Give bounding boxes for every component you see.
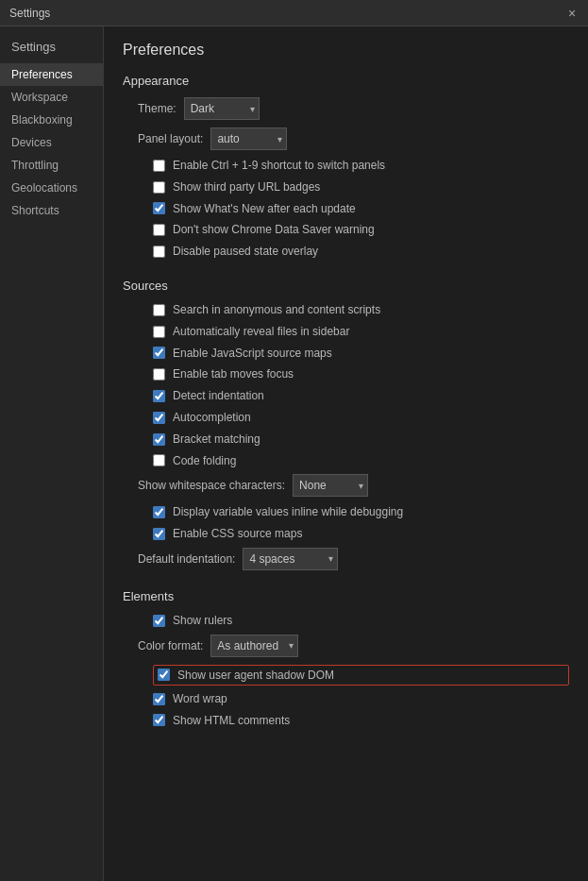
checkbox-show-rulers[interactable] [153,615,165,627]
checkbox-third-party-label[interactable]: Show third party URL badges [173,179,320,195]
checkbox-third-party[interactable] [153,181,165,194]
main-layout: Settings Preferences Workspace Blackboxi… [0,26,588,881]
checkbox-paused-state[interactable] [153,246,165,258]
section-appearance: Appearance Theme: Dark Default Panel lay… [123,74,569,260]
sidebar-item-devices[interactable]: Devices [0,131,103,154]
checkbox-ctrl19-label[interactable]: Enable Ctrl + 1-9 shortcut to switch pan… [173,158,385,174]
checkbox-show-rulers-label[interactable]: Show rulers [173,613,232,629]
sidebar-item-throttling[interactable]: Throttling [0,154,103,177]
checkbox-detect-indent-row: Detect indentation [123,388,569,404]
checkbox-third-party-row: Show third party URL badges [123,179,569,195]
close-button[interactable]: × [565,7,579,20]
section-sources: Sources Search in anonymous and content … [123,279,569,570]
panel-layout-select[interactable]: auto horizontal vertical [210,127,287,150]
default-indent-select[interactable]: 4 spaces 2 spaces Tab character [243,548,338,570]
sidebar: Settings Preferences Workspace Blackboxi… [0,26,104,881]
section-title-elements: Elements [123,589,569,603]
checkbox-whats-new[interactable] [153,202,165,214]
checkbox-show-rulers-row: Show rulers [123,613,569,629]
checkbox-ctrl19-row: Enable Ctrl + 1-9 shortcut to switch pan… [123,158,569,174]
checkbox-shadow-dom-highlighted-row: Show user agent shadow DOM [153,665,569,686]
section-title-sources: Sources [123,279,569,293]
page-title: Preferences [123,42,569,59]
checkbox-tab-moves-row: Enable tab moves focus [123,366,569,382]
checkbox-word-wrap-label[interactable]: Word wrap [173,691,227,707]
color-format-select-wrapper: As authored HEX RGB HSL [210,635,298,657]
checkbox-reveal-files-label[interactable]: Automatically reveal files in sidebar [173,324,349,340]
whitespace-row: Show whitespace characters: None All Tra… [123,474,569,497]
sidebar-item-workspace[interactable]: Workspace [0,86,103,109]
panel-layout-row: Panel layout: auto horizontal vertical [123,127,569,150]
checkbox-word-wrap[interactable] [153,693,165,705]
panel-layout-label: Panel layout: [138,132,203,145]
checkbox-html-comments-row: Show HTML comments [123,713,569,729]
checkbox-data-saver[interactable] [153,224,165,236]
checkbox-data-saver-row: Don't show Chrome Data Saver warning [123,222,569,238]
title-bar-title: Settings [9,7,50,20]
sidebar-header: Settings [0,34,103,63]
checkbox-autocompletion-label[interactable]: Autocompletion [173,410,251,426]
checkbox-js-source-maps-label[interactable]: Enable JavaScript source maps [173,346,332,362]
checkbox-reveal-files[interactable] [153,326,165,338]
checkbox-autocompletion-row: Autocompletion [123,410,569,426]
checkbox-bracket-match[interactable] [153,433,165,446]
checkbox-bracket-match-label[interactable]: Bracket matching [173,432,260,448]
checkbox-detect-indent[interactable] [153,390,165,402]
checkbox-html-comments-label[interactable]: Show HTML comments [173,713,290,729]
whitespace-select[interactable]: None All Trailing [293,474,368,497]
color-format-label: Color format: [138,639,203,652]
title-bar: Settings × [0,0,588,26]
default-indent-select-wrapper: 4 spaces 2 spaces Tab character [243,548,338,570]
checkbox-bracket-match-row: Bracket matching [123,432,569,448]
checkbox-js-source-maps-row: Enable JavaScript source maps [123,346,569,362]
sidebar-item-geolocations[interactable]: Geolocations [0,177,103,199]
sidebar-item-blackboxing[interactable]: Blackboxing [0,109,103,131]
checkbox-autocompletion[interactable] [153,412,165,424]
checkbox-css-source-maps-row: Enable CSS source maps [123,526,569,542]
sidebar-item-shortcuts[interactable]: Shortcuts [0,199,103,222]
default-indent-row: Default indentation: 4 spaces 2 spaces T… [123,548,569,570]
checkbox-code-folding-row: Code folding [123,453,569,469]
panel-layout-select-wrapper: auto horizontal vertical [210,127,287,150]
checkbox-display-variable-label[interactable]: Display variable values inline while deb… [173,504,403,520]
checkbox-display-variable[interactable] [153,506,165,518]
checkbox-ctrl19[interactable] [153,160,165,172]
whitespace-label: Show whitespace characters: [138,479,285,492]
checkbox-tab-moves-label[interactable]: Enable tab moves focus [173,366,294,382]
checkbox-html-comments[interactable] [153,714,165,726]
checkbox-anonymous-search-row: Search in anonymous and content scripts [123,302,569,318]
checkbox-data-saver-label[interactable]: Don't show Chrome Data Saver warning [173,222,375,238]
whitespace-select-wrapper: None All Trailing [293,474,368,497]
checkbox-whats-new-row: Show What's New after each update [123,201,569,217]
checkbox-word-wrap-row: Word wrap [123,691,569,707]
checkbox-paused-state-row: Disable paused state overlay [123,244,569,260]
checkbox-shadow-dom[interactable] [158,669,170,681]
section-title-appearance: Appearance [123,74,569,88]
content-area: Preferences Appearance Theme: Dark Defau… [104,26,588,881]
color-format-row: Color format: As authored HEX RGB HSL [123,635,569,657]
checkbox-shadow-dom-label[interactable]: Show user agent shadow DOM [177,669,334,682]
checkbox-tab-moves[interactable] [153,368,165,381]
theme-label: Theme: [138,102,176,115]
checkbox-anonymous-search-label[interactable]: Search in anonymous and content scripts [173,302,380,318]
checkbox-display-variable-row: Display variable values inline while deb… [123,504,569,520]
sidebar-item-preferences[interactable]: Preferences [0,63,103,86]
checkbox-css-source-maps-label[interactable]: Enable CSS source maps [173,526,302,542]
theme-select[interactable]: Dark Default [184,97,260,120]
theme-select-wrapper: Dark Default [184,97,260,120]
checkbox-anonymous-search[interactable] [153,304,165,316]
default-indent-label: Default indentation: [138,552,235,566]
checkbox-code-folding[interactable] [153,454,165,466]
checkbox-paused-state-label[interactable]: Disable paused state overlay [173,244,318,260]
checkbox-code-folding-label[interactable]: Code folding [173,453,236,469]
checkbox-whats-new-label[interactable]: Show What's New after each update [173,201,356,217]
checkbox-detect-indent-label[interactable]: Detect indentation [173,388,264,404]
section-elements: Elements Show rulers Color format: As au… [123,589,569,728]
checkbox-js-source-maps[interactable] [153,347,165,359]
theme-row: Theme: Dark Default [123,97,569,120]
checkbox-css-source-maps[interactable] [153,528,165,540]
checkbox-reveal-files-row: Automatically reveal files in sidebar [123,324,569,340]
color-format-select[interactable]: As authored HEX RGB HSL [210,635,298,657]
